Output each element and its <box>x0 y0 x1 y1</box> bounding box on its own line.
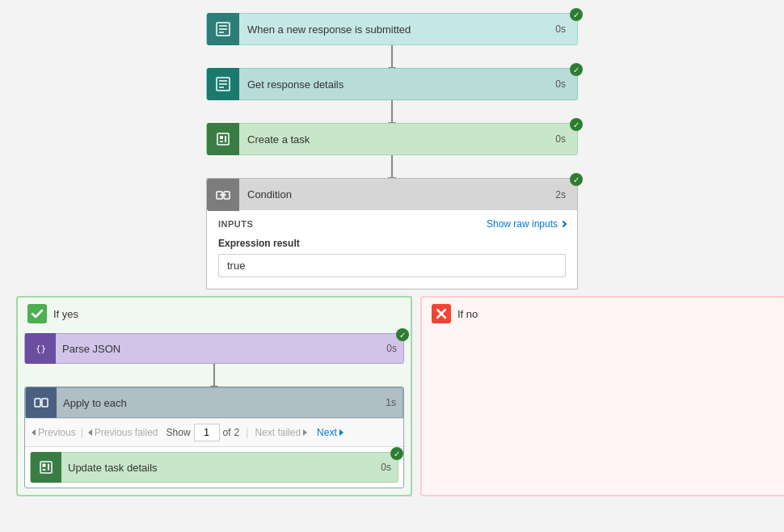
top-flow: When a new response is submitted 0s ✓ Ge… <box>13 13 771 296</box>
apply-each-icon <box>26 387 57 418</box>
step-create-task[interactable]: Create a task 0s ✓ <box>206 123 578 155</box>
check-badge-parse-json: ✓ <box>396 328 409 341</box>
branch-no-header: If no <box>422 298 784 330</box>
step-duration-3: 0s <box>555 133 569 145</box>
inputs-label: INPUTS <box>218 219 253 229</box>
forms-icon-1 <box>207 13 239 45</box>
svg-rect-19 <box>40 462 52 473</box>
check-badge-2: ✓ <box>570 63 583 76</box>
svg-rect-17 <box>42 399 48 407</box>
next-failed-label: Next failed <box>255 427 301 438</box>
branch-yes-content: {} Parse JSON 0s ✓ <box>18 330 411 495</box>
next-label: Next <box>317 427 337 438</box>
arrow-1 <box>391 45 393 68</box>
apply-each-duration: 1s <box>386 397 396 408</box>
condition-inputs-panel: INPUTS Show raw inputs Expression result… <box>207 210 577 289</box>
apply-each-body: Update task details 0s ✓ <box>25 447 403 488</box>
step-duration-1: 0s <box>555 23 569 35</box>
step-duration-2: 0s <box>555 78 569 90</box>
arrow-3 <box>391 155 393 178</box>
arrow-to-loop <box>213 364 215 386</box>
show-label: Show <box>166 427 191 438</box>
condition-icon <box>207 179 239 211</box>
step-get-response[interactable]: Get response details 0s ✓ <box>206 68 578 100</box>
svg-rect-20 <box>43 464 46 467</box>
total-pages: 2 <box>234 427 240 438</box>
task-icon-1 <box>207 123 239 155</box>
branch-no: If no <box>420 296 784 496</box>
branch-yes-title: If yes <box>53 308 78 320</box>
chevron-right-icon-nav <box>339 429 344 436</box>
arrow-2 <box>391 100 393 123</box>
parse-json-label: Parse JSON <box>56 343 386 355</box>
svg-rect-8 <box>217 133 229 145</box>
step-label-4: Condition <box>239 188 555 201</box>
yes-icon <box>27 304 47 323</box>
pagination-bar: Previous | Previous failed Show of 2 | <box>25 418 403 447</box>
of-label: of <box>223 427 231 438</box>
branch-no-title: If no <box>457 308 478 320</box>
no-icon <box>432 304 451 323</box>
previous-label: Previous <box>38 427 76 438</box>
apply-each-label: Apply to each <box>57 397 386 409</box>
step-label-2: Get response details <box>239 78 555 91</box>
show-raw-inputs-link[interactable]: Show raw inputs <box>487 218 566 230</box>
check-badge-1: ✓ <box>570 8 583 21</box>
step-condition[interactable]: Condition 2s ✓ <box>206 178 578 210</box>
step-duration-4: 2s <box>555 189 569 201</box>
branch-yes: If yes {} Parse JSON 0s ✓ <box>16 296 412 496</box>
step-when-submitted[interactable]: When a new response is submitted 0s ✓ <box>206 13 578 45</box>
page-input[interactable] <box>194 424 220 441</box>
chevron-right-icon <box>560 221 567 227</box>
previous-failed-btn[interactable]: Previous failed <box>88 427 158 438</box>
apply-each-header-wrapper[interactable]: Apply to each 1s <box>25 387 403 418</box>
svg-rect-11 <box>225 136 226 142</box>
forms-icon-2 <box>207 68 239 100</box>
show-raw-label: Show raw inputs <box>487 218 558 230</box>
chevron-left-failed-icon <box>88 429 92 436</box>
svg-rect-10 <box>220 141 223 142</box>
svg-rect-16 <box>35 399 40 407</box>
svg-rect-22 <box>48 464 49 471</box>
sub-step-parse-json[interactable]: {} Parse JSON 0s ✓ <box>24 333 404 364</box>
svg-text:{}: {} <box>36 344 46 354</box>
check-badge-update-task: ✓ <box>390 447 403 460</box>
check-badge-3: ✓ <box>570 118 583 131</box>
parse-json-icon: {} <box>25 333 56 364</box>
expression-label: Expression result <box>218 238 566 249</box>
previous-failed-label: Previous failed <box>95 427 158 438</box>
step-label-1: When a new response is submitted <box>239 23 555 36</box>
svg-rect-9 <box>220 136 223 139</box>
update-task-label: Update task details <box>61 462 381 474</box>
svg-rect-21 <box>43 469 46 471</box>
update-task-icon <box>31 452 61 483</box>
chevron-left-icon <box>32 429 36 436</box>
previous-btn[interactable]: Previous <box>32 427 76 438</box>
update-task-duration: 0s <box>381 462 391 473</box>
main-canvas: When a new response is submitted 0s ✓ Ge… <box>0 0 784 532</box>
check-badge-4: ✓ <box>570 173 583 186</box>
chevron-right-failed-icon <box>303 429 307 436</box>
condition-expanded: INPUTS Show raw inputs Expression result… <box>206 210 578 289</box>
sub-step-update-task[interactable]: Update task details 0s ✓ <box>30 452 398 483</box>
next-btn[interactable]: Next <box>317 427 344 438</box>
parse-json-duration: 0s <box>386 343 397 354</box>
expression-value: true <box>218 254 566 277</box>
inputs-header: INPUTS Show raw inputs <box>218 218 566 230</box>
apply-each-container: Apply to each 1s Previous | Pr <box>24 386 404 488</box>
next-failed-btn[interactable]: Next failed <box>255 427 307 438</box>
branches-wrapper: If yes {} Parse JSON 0s ✓ <box>13 296 784 496</box>
step-label-3: Create a task <box>239 133 555 146</box>
branch-yes-header: If yes <box>18 298 411 330</box>
